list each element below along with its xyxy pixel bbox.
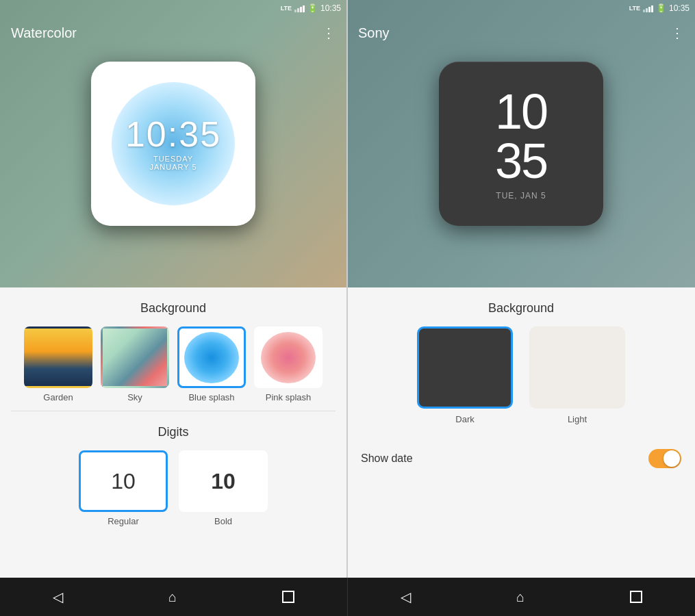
right-more-button[interactable]: ⋮ (670, 25, 684, 41)
sony-swatch-light[interactable] (529, 326, 625, 409)
sony-dark-label: Dark (455, 414, 474, 424)
show-date-row: Show date (358, 438, 684, 479)
left-settings-area: Background Garden Sky (0, 287, 346, 616)
digits-title: Digits (11, 425, 336, 439)
right-battery-icon: 🔋 (656, 3, 666, 13)
sony-time: 10 35 TUE, JAN 5 (495, 87, 547, 201)
sony-swatch-light-item[interactable]: Light (529, 326, 625, 424)
right-nav: ◁ ⌂ (347, 578, 695, 616)
swatch-pink-img[interactable] (254, 326, 323, 388)
right-settings-area: Background Dark Light Show date (347, 287, 695, 616)
swatch-blue-label: Blue splash (188, 392, 234, 402)
left-signal-icon (294, 4, 305, 12)
digit-bold-box[interactable]: 10 (179, 450, 268, 512)
show-date-toggle[interactable] (648, 449, 681, 468)
swatch-pink-label: Pink splash (266, 392, 311, 402)
right-panel-header: Sony ⋮ (347, 16, 695, 49)
nav-bar: ◁ ⌂ ◁ ⌂ (0, 578, 695, 616)
right-panel-title: Sony (358, 25, 390, 41)
panel-divider (347, 0, 348, 578)
right-signal-icon (643, 4, 653, 12)
swatch-blue-splash[interactable]: Blue splash (177, 326, 246, 402)
digit-regular-label: Regular (108, 516, 139, 526)
left-panel-header: Watercolor ⋮ (0, 16, 346, 49)
swatch-garden-label: Garden (43, 392, 73, 402)
sony-swatch-dark-item[interactable]: Dark (417, 326, 513, 424)
digit-regular[interactable]: 10 Regular (79, 450, 168, 526)
digits-section: Digits 10 Regular 10 Bold (11, 425, 336, 526)
left-status-lte: LTE (281, 5, 292, 12)
swatch-garden[interactable]: Garden (24, 326, 92, 402)
sony-background-swatches: Dark Light (358, 326, 684, 424)
left-status-time: 10:35 (320, 3, 341, 13)
left-battery-icon: 🔋 (307, 3, 318, 13)
right-status-time: 10:35 (669, 3, 690, 13)
digits-swatches: 10 Regular 10 Bold (11, 450, 336, 526)
swatch-blue-img[interactable] (177, 326, 246, 388)
right-status-lte: LTE (629, 5, 640, 12)
left-back-button[interactable]: ◁ (53, 589, 63, 605)
left-background-section: Background Garden Sky (11, 301, 336, 402)
right-recent-button[interactable] (630, 591, 642, 603)
background-swatches: Garden Sky Blue splash (11, 326, 336, 402)
swatch-sky-label: Sky (127, 392, 142, 402)
toggle-knob (664, 450, 680, 467)
right-background-section: Background Dark Light (358, 301, 684, 424)
left-panel-title: Watercolor (11, 25, 77, 41)
watercolor-watch-face: 10:35 TUESDAY JANUARY 5 (91, 62, 255, 226)
sony-watch-face: 10 35 TUE, JAN 5 (439, 62, 603, 226)
watercolor-time: 10:35 TUESDAY JANUARY 5 (125, 116, 221, 171)
show-date-label: Show date (361, 452, 413, 465)
left-nav: ◁ ⌂ (0, 578, 347, 616)
right-home-button[interactable]: ⌂ (516, 589, 525, 605)
swatch-sky-img[interactable] (101, 326, 169, 388)
background-title-left: Background (11, 301, 336, 316)
background-title-right: Background (358, 301, 684, 316)
left-recent-button[interactable] (282, 591, 294, 603)
sony-light-label: Light (568, 414, 587, 424)
digit-bold-label: Bold (214, 516, 232, 526)
digit-bold[interactable]: 10 Bold (179, 450, 268, 526)
right-back-button[interactable]: ◁ (401, 589, 411, 605)
divider (11, 411, 336, 411)
swatch-garden-img[interactable] (24, 326, 92, 388)
sony-swatch-dark[interactable] (417, 326, 513, 409)
digit-regular-box[interactable]: 10 (79, 450, 168, 512)
left-home-button[interactable]: ⌂ (168, 589, 177, 605)
swatch-pink-splash[interactable]: Pink splash (254, 326, 323, 402)
swatch-sky[interactable]: Sky (101, 326, 169, 402)
left-more-button[interactable]: ⋮ (322, 25, 336, 41)
